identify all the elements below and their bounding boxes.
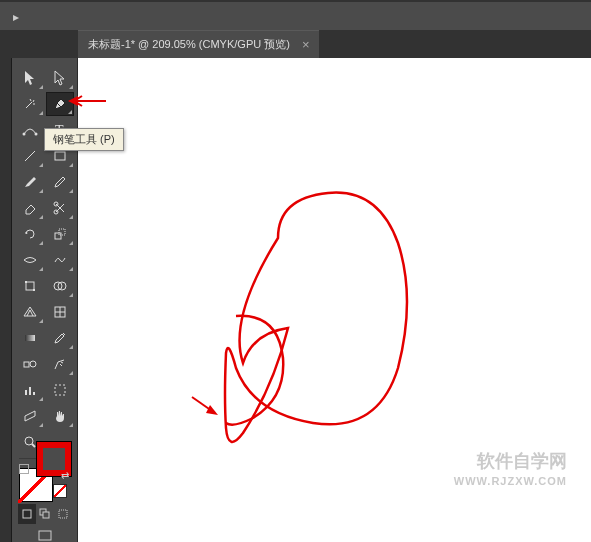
symbol-sprayer-tool[interactable] [46,352,74,376]
line-tool[interactable] [16,144,44,168]
svg-rect-7 [55,233,61,239]
mesh-tool[interactable] [46,300,74,324]
svg-rect-26 [23,510,31,518]
paintbrush-tool[interactable] [16,170,44,194]
column-graph-tool[interactable] [16,378,44,402]
pencil-tool[interactable] [46,170,74,194]
svg-rect-18 [24,362,29,367]
free-transform-tool[interactable] [16,274,44,298]
perspective-tool[interactable] [16,300,44,324]
artboard-tool[interactable] [46,378,74,402]
selection-tool[interactable] [16,66,44,90]
control-bar: ▸ [0,2,591,32]
svg-point-19 [30,361,36,367]
svg-rect-28 [43,512,49,518]
watermark-sub: WWW.RJZXW.COM [454,474,567,488]
gradient-tool[interactable] [16,326,44,350]
svg-rect-9 [26,282,34,290]
warp-tool[interactable] [46,248,74,272]
canvas[interactable]: 软件自学网 WWW.RJZXW.COM [78,58,591,542]
magic-wand-tool[interactable] [16,92,44,116]
default-fill-stroke-icon[interactable] [19,464,29,474]
direct-selection-tool[interactable] [46,66,74,90]
draw-inside[interactable] [54,504,72,524]
canvas-area: ▸ 未标题-1* @ 209.05% (CMYK/GPU 预览) × 软件自学网… [78,30,591,542]
watermark-main: 软件自学网 [454,450,567,473]
rotate-tool[interactable] [16,222,44,246]
no-selection-icon: ▸ [8,9,24,25]
svg-point-1 [34,133,37,136]
width-tool[interactable] [16,248,44,272]
svg-rect-23 [55,385,65,395]
eyedropper-tool[interactable] [46,326,74,350]
fill-stroke-swatch[interactable]: ⇄ [17,468,73,476]
blend-tool[interactable] [16,352,44,376]
curvature-tool[interactable] [16,118,44,142]
draw-behind[interactable] [36,504,54,524]
tab-close-icon[interactable]: × [302,37,310,52]
svg-rect-21 [29,387,31,395]
svg-rect-22 [33,392,35,395]
scale-tool[interactable] [46,222,74,246]
slice-tool[interactable] [16,404,44,428]
svg-line-25 [32,444,35,447]
tab-title: 未标题-1* @ 209.05% (CMYK/GPU 预览) [88,37,290,52]
svg-point-24 [25,437,33,445]
tabbar: 未标题-1* @ 209.05% (CMYK/GPU 预览) × [0,30,591,58]
document-tab[interactable]: 未标题-1* @ 209.05% (CMYK/GPU 预览) × [78,30,319,58]
screen-mode-button[interactable] [33,530,57,542]
svg-rect-11 [33,289,35,291]
color-mode-none[interactable] [53,484,67,498]
swap-fill-stroke-icon[interactable]: ⇄ [61,470,69,481]
svg-rect-10 [25,281,27,283]
annotation-arrow-canvas [190,395,220,419]
shape-builder-tool[interactable] [46,274,74,298]
svg-rect-29 [59,510,67,518]
draw-mode-row [18,504,72,524]
svg-rect-8 [59,229,65,235]
svg-rect-4 [55,152,65,160]
scissors-tool[interactable] [46,196,74,220]
pen-tool-tooltip: 钢笔工具 (P) [44,128,124,151]
svg-rect-20 [25,390,27,395]
watermark: 软件自学网 WWW.RJZXW.COM [454,450,567,488]
svg-rect-17 [25,335,35,341]
svg-rect-30 [39,531,51,540]
annotation-arrow-pen [68,93,108,109]
eraser-tool[interactable] [16,196,44,220]
dock-strip[interactable] [0,30,12,542]
svg-line-3 [25,151,35,161]
svg-point-0 [22,133,25,136]
hand-tool[interactable] [46,404,74,428]
draw-normal[interactable] [18,504,36,524]
